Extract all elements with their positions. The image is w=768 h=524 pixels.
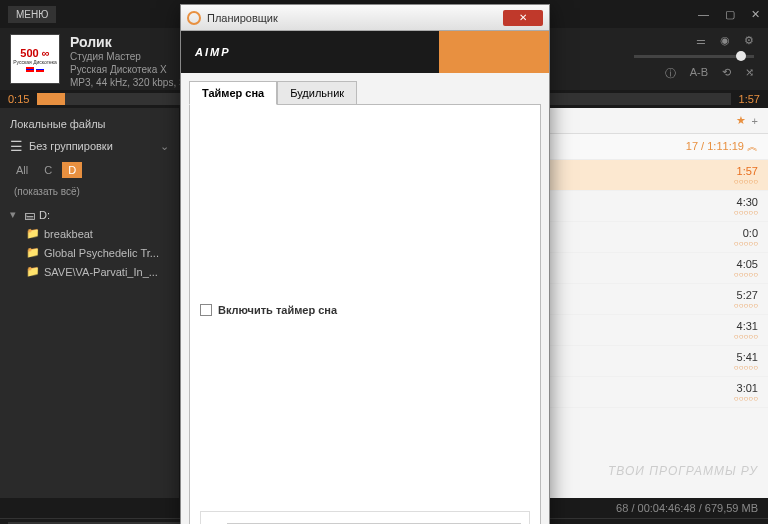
shuffle-icon[interactable]: ⤨ (745, 66, 754, 81)
time-position: 0:15 (8, 93, 29, 105)
dialog-title: Планировщик (207, 12, 497, 24)
filter-d[interactable]: D (62, 162, 82, 178)
tree-drive-d[interactable]: ▾🖴D: (6, 205, 173, 224)
minimize-icon[interactable]: — (698, 8, 709, 21)
aimp-logo-icon (187, 11, 201, 25)
drive-icon: 🖴 (24, 209, 35, 221)
tab-alarm[interactable]: Будильник (277, 81, 357, 105)
brand-text: AIMP (195, 46, 231, 58)
collapse-icon[interactable]: ︽ (747, 140, 758, 152)
action-shutdown[interactable]: Выключить компьютер⌄ (209, 520, 521, 524)
tab-sleep-timer[interactable]: Таймер сна (189, 81, 277, 105)
show-all-link[interactable]: (показать всё) (6, 182, 173, 201)
filter-all[interactable]: All (10, 162, 34, 178)
folder-icon: 📁 (26, 246, 40, 259)
scheduler-dialog: Планировщик ✕ AIMP ››› Таймер сна Будиль… (180, 4, 550, 524)
menu-button[interactable]: МЕНЮ (8, 6, 56, 23)
filter-c[interactable]: C (38, 162, 58, 178)
maximize-icon[interactable]: ▢ (725, 8, 735, 21)
folder-icon: 📁 (26, 265, 40, 278)
dialog-close-button[interactable]: ✕ (503, 10, 543, 26)
tree-folder-breakbeat[interactable]: 📁breakbeat (6, 224, 173, 243)
chevron-down-icon: ⌄ (160, 140, 169, 153)
repeat-icon[interactable]: ⟲ (722, 66, 731, 81)
close-icon[interactable]: ✕ (751, 8, 760, 21)
tree-folder-gpt[interactable]: 📁Global Psychedelic Tr... (6, 243, 173, 262)
grouping-label: Без группировки (29, 140, 113, 152)
grouping-selector[interactable]: ☰ Без группировки ⌄ (6, 134, 173, 158)
album-art: 500 ∞ Русская Дискотека (10, 34, 60, 84)
star-icon[interactable]: ★ (736, 114, 746, 127)
volume-slider[interactable] (634, 55, 754, 58)
visual-icon[interactable]: ◉ (720, 34, 730, 47)
settings-icon[interactable]: ⚙ (744, 34, 754, 47)
info-icon[interactable]: ⓘ (665, 66, 676, 81)
hamburger-icon: ☰ (10, 138, 23, 154)
folder-icon: 📁 (26, 227, 40, 240)
playlist-status: 68 / 00:04:46:48 / 679,59 MB (616, 502, 758, 514)
group-meta: 17 / 1:11:19 ︽ (686, 139, 758, 154)
add-tab-icon[interactable]: + (752, 115, 758, 127)
equalizer-icon[interactable]: ⚌ (696, 34, 706, 47)
tree-folder-save[interactable]: 📁SAVE\VA-Parvati_In_... (6, 262, 173, 281)
watermark: ТВОИ ПРОГРАММЫ РУ (608, 464, 758, 478)
time-duration: 1:57 (739, 93, 760, 105)
sidebar-title: Локальные файлы (6, 114, 173, 134)
enable-sleep-checkbox[interactable]: Включить таймер сна (200, 115, 530, 505)
ab-repeat[interactable]: A-B (690, 66, 708, 81)
